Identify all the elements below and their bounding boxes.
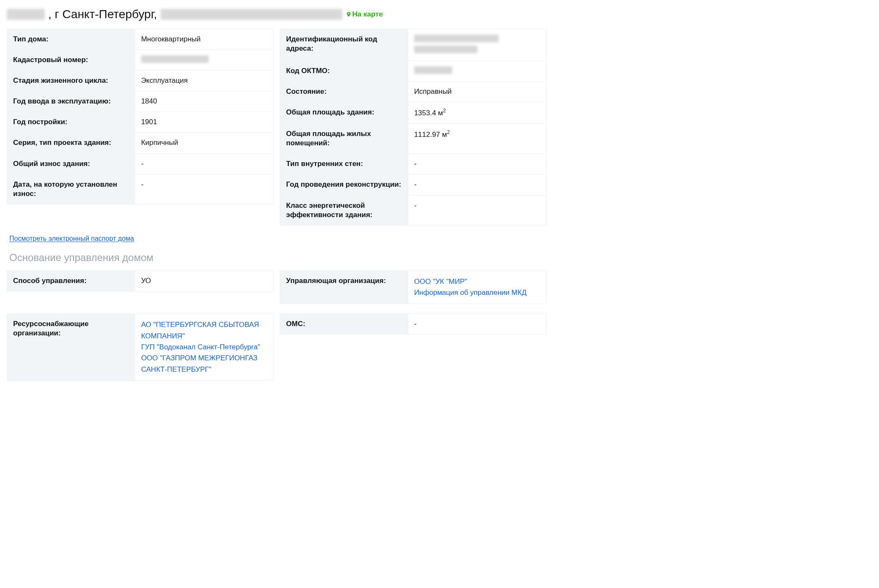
page-title: xxxx , г Санкт-Петербург, xxxxxxxxxxxxxx… xyxy=(7,8,547,21)
resource-link[interactable]: ООО "ГАЗПРОМ МЕЖРЕГИОНГАЗ САНКТ-ПЕТЕРБУР… xyxy=(141,353,268,375)
table-row: Способ управления: УО xyxy=(7,270,274,291)
resource-link[interactable]: ГУП "Водоканал Санкт-Петербурга" xyxy=(141,342,268,353)
table-row: Год постройки:1901 xyxy=(7,112,274,133)
row-value: xxxxxxxxxx xyxy=(408,29,546,61)
row-label: Идентификационный код адреса: xyxy=(280,29,408,61)
row-label: Общая площадь здания: xyxy=(280,102,408,124)
management-section-title: Основание управления домом xyxy=(9,252,547,264)
table-row: Состояние:Исправный xyxy=(280,82,547,102)
table-row: Серия, тип проекта здания:Кирпичный xyxy=(7,133,274,153)
table-row: Общая площадь здания:1353.4 м2 xyxy=(280,102,547,124)
resource-link[interactable]: АО "ПЕТЕРБУРГСКАЯ СБЫТОВАЯ КОМПАНИЯ" xyxy=(141,319,268,342)
row-label: Год ввода в эксплуатацию: xyxy=(7,91,135,112)
row-value: Кирпичный xyxy=(135,133,273,153)
resource-table-right: ОМС: - xyxy=(280,313,547,335)
row-value: xxxxx xyxy=(408,61,546,82)
row-label: Стадия жизненного цикла: xyxy=(7,71,135,91)
resource-orgs-label: Ресурсоснабжающие организации: xyxy=(7,314,135,381)
resource-orgs-value: АО "ПЕТЕРБУРГСКАЯ СБЫТОВАЯ КОМПАНИЯ"ГУП … xyxy=(135,314,273,381)
row-label: Год проведения реконструкции: xyxy=(280,174,408,195)
row-value: - xyxy=(408,154,546,174)
row-value: 1112.97 м2 xyxy=(408,124,546,154)
row-label: Тип дома: xyxy=(7,29,135,50)
row-label: Серия, тип проекта здания: xyxy=(7,133,135,153)
row-value: Эксплуатация xyxy=(135,71,273,91)
row-label: Общая площадь жилых помещений: xyxy=(280,124,408,154)
row-value: Многоквартирный xyxy=(135,29,273,50)
info-table-left: Тип дома:МногоквартирныйКадастровый номе… xyxy=(7,29,274,204)
management-link[interactable]: Информация об управлении МКД xyxy=(414,287,541,298)
management-table-left: Способ управления: УО xyxy=(7,270,274,291)
row-label: Код ОКТМО: xyxy=(280,61,408,82)
row-value: - xyxy=(135,153,273,174)
table-row: Код ОКТМО:xxxxx xyxy=(280,61,547,82)
resource-table-left: Ресурсоснабжающие организации: АО "ПЕТЕР… xyxy=(7,313,274,381)
row-value: xxxxx xyxy=(135,50,273,71)
title-city: , г Санкт-Петербург, xyxy=(48,8,157,21)
table-row: Общий износ здания:- xyxy=(7,153,274,174)
row-label: Общий износ здания: xyxy=(7,153,135,174)
table-row: Год проведения реконструкции:- xyxy=(280,174,547,195)
row-value: - xyxy=(408,195,546,225)
table-row: Стадия жизненного цикла:Эксплуатация xyxy=(7,71,274,91)
table-row: Класс энергетической эффективности здани… xyxy=(280,195,547,225)
row-label: Тип внутренних стен: xyxy=(280,154,408,174)
row-label: Класс энергетической эффективности здани… xyxy=(280,195,408,225)
table-row: Идентификационный код адреса:xxxxxxxxxx xyxy=(280,29,547,61)
title-redacted-address: xxxxxxxxxxxxxxxxxxx xyxy=(161,9,342,20)
row-label: Дата, на которую установлен износ: xyxy=(7,174,135,204)
row-value: - xyxy=(408,174,546,195)
management-method-label: Способ управления: xyxy=(7,270,135,291)
map-link-label: На карте xyxy=(352,10,383,19)
row-value: - xyxy=(135,174,273,204)
table-row: Управляющая организация: ООО "УК "МИР"Ин… xyxy=(280,270,547,304)
table-row: Общая площадь жилых помещений:1112.97 м2 xyxy=(280,124,547,154)
management-org-value: ООО "УК "МИР"Информация об управлении МК… xyxy=(408,270,546,304)
row-value: 1840 xyxy=(135,91,273,112)
table-row: Год ввода в эксплуатацию:1840 xyxy=(7,91,274,112)
row-label: Состояние: xyxy=(280,82,408,102)
table-row: Тип дома:Многоквартирный xyxy=(7,29,274,50)
table-row: ОМС: - xyxy=(280,314,547,335)
row-value: 1901 xyxy=(135,112,273,133)
management-link[interactable]: ООО "УК "МИР" xyxy=(414,276,541,287)
oms-value: - xyxy=(408,314,546,335)
map-pin-icon xyxy=(346,11,352,18)
row-value: 1353.4 м2 xyxy=(408,102,546,124)
map-link[interactable]: На карте xyxy=(346,10,383,19)
table-row: Ресурсоснабжающие организации: АО "ПЕТЕР… xyxy=(7,314,274,381)
table-row: Тип внутренних стен:- xyxy=(280,154,547,174)
management-table-right: Управляющая организация: ООО "УК "МИР"Ин… xyxy=(280,270,547,305)
row-label: Год постройки: xyxy=(7,112,135,133)
row-value: Исправный xyxy=(408,82,546,102)
table-row: Кадастровый номер:xxxxx xyxy=(7,50,274,71)
management-org-label: Управляющая организация: xyxy=(280,270,408,304)
row-label: Кадастровый номер: xyxy=(7,50,135,71)
title-redacted-prefix: xxxx xyxy=(7,9,45,20)
passport-link[interactable]: Посмотреть электронный паспорт дома xyxy=(9,235,134,242)
management-method-value: УО xyxy=(135,270,273,291)
table-row: Дата, на которую установлен износ:- xyxy=(7,174,274,204)
info-table-right: Идентификационный код адреса:xxxxxxxxxxК… xyxy=(280,29,547,226)
oms-label: ОМС: xyxy=(280,314,408,335)
